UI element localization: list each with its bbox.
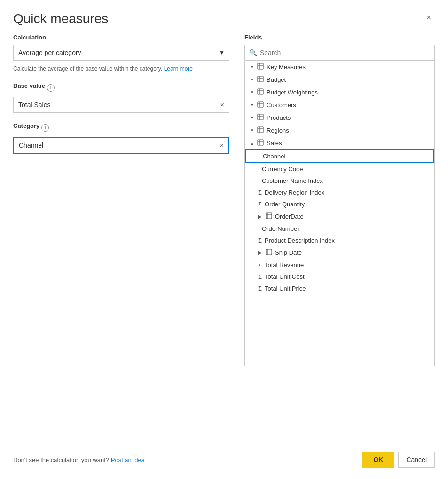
tree-item-budget-weightings[interactable]: ▼ Budget Weightings [245, 86, 434, 99]
tree-label-channel: Channel [263, 153, 285, 160]
dont-see-text: Don't see the calculation you want? [13, 456, 109, 463]
tree-item-budget[interactable]: ▼ Budget [245, 73, 434, 86]
svg-rect-3 [258, 76, 263, 82]
tree-item-ship-date[interactable]: ▶ Ship Date [245, 246, 434, 259]
tree-label-total-unit-price: Total Unit Price [265, 285, 306, 292]
category-clear-icon[interactable]: × [220, 141, 224, 149]
quick-measures-dialog: Quick measures × Calculation Average per… [0, 0, 448, 479]
category-label-row: Category i [13, 122, 229, 133]
svg-rect-21 [266, 213, 272, 219]
post-idea-link[interactable]: Post an idea [111, 456, 145, 463]
category-label: Category [13, 122, 39, 129]
chevron-down-icon: ▼ [250, 115, 255, 120]
table-icon [257, 76, 264, 84]
dialog-footer: Don't see the calculation you want? Post… [0, 442, 448, 479]
calculation-label: Calculation [13, 34, 229, 41]
base-value-text: Total Sales [18, 101, 50, 109]
chevron-down-icon: ▼ [250, 64, 255, 70]
chevron-down-icon: ▼ [250, 90, 255, 95]
search-icon: 🔍 [249, 49, 257, 56]
tree-label-products: Products [267, 114, 291, 121]
chevron-up-icon: ▲ [250, 141, 255, 146]
svg-rect-24 [266, 249, 272, 255]
sigma-icon: Σ [258, 273, 262, 280]
tree-item-order-date[interactable]: ▶ OrderDate [245, 210, 434, 223]
tree-label-key-measures: Key Measures [267, 63, 306, 71]
sigma-icon: Σ [258, 285, 262, 292]
tree-item-delivery-region-index[interactable]: Σ Delivery Region Index [245, 187, 434, 198]
table-icon [257, 63, 264, 71]
svg-rect-12 [258, 114, 263, 120]
dialog-body: Calculation Average per category ▼ Calcu… [0, 26, 448, 442]
fields-tree: ▼ Key Measures ▼ Budget ▼ [244, 61, 435, 366]
close-button[interactable]: × [422, 11, 435, 24]
calc-description: Calculate the average of the base value … [13, 64, 229, 73]
table-icon [257, 101, 264, 109]
table-icon [266, 212, 272, 220]
tree-label-total-revenue: Total Revenue [265, 261, 304, 268]
sigma-icon: Σ [258, 261, 262, 268]
category-field[interactable]: Channel × [13, 137, 229, 154]
tree-item-channel[interactable]: Channel [245, 149, 434, 163]
footer-left: Don't see the calculation you want? Post… [13, 456, 145, 463]
right-panel: Fields 🔍 ▼ Key Measures ▼ [244, 34, 435, 442]
tree-label-ship-date: Ship Date [275, 249, 302, 256]
tree-item-total-revenue[interactable]: Σ Total Revenue [245, 259, 434, 271]
tree-label-customer-name-index: Customer Name Index [262, 177, 323, 184]
table-icon [257, 114, 264, 122]
dialog-header: Quick measures × [0, 0, 448, 26]
tree-item-order-quantity[interactable]: Σ Order Quantity [245, 198, 434, 210]
base-value-field[interactable]: Total Sales × [13, 97, 229, 113]
tree-item-order-number[interactable]: OrderNumber [245, 223, 434, 235]
search-input[interactable] [244, 45, 435, 61]
svg-rect-6 [258, 89, 263, 94]
learn-more-link[interactable]: Learn more [164, 65, 193, 72]
category-text: Channel [19, 141, 43, 149]
table-icon [257, 88, 264, 96]
tree-label-order-date: OrderDate [275, 213, 304, 220]
sigma-icon: Σ [258, 201, 262, 208]
category-box-wrapper: Channel × [13, 137, 229, 154]
sigma-icon: Σ [258, 189, 262, 196]
left-panel: Calculation Average per category ▼ Calcu… [13, 34, 229, 442]
tree-label-order-quantity: Order Quantity [265, 201, 305, 208]
tree-label-order-number: OrderNumber [262, 225, 299, 232]
cancel-button[interactable]: Cancel [398, 452, 435, 468]
category-section: Category i Channel × [13, 122, 229, 154]
search-wrapper: 🔍 [244, 45, 435, 61]
svg-rect-15 [258, 127, 263, 133]
category-info-icon: i [41, 124, 49, 132]
base-value-clear-icon[interactable]: × [220, 101, 224, 109]
tree-item-product-desc-index[interactable]: Σ Product Description Index [245, 235, 434, 246]
ok-button[interactable]: OK [362, 452, 394, 468]
tree-label-budget-weightings: Budget Weightings [267, 89, 318, 96]
tree-label-customers: Customers [267, 102, 296, 109]
tree-label-budget: Budget [267, 76, 286, 83]
footer-right: OK Cancel [362, 452, 435, 468]
base-value-label: Base value [13, 82, 45, 89]
chevron-right-icon: ▶ [258, 250, 264, 255]
svg-rect-18 [258, 140, 263, 145]
tree-label-total-unit-cost: Total Unit Cost [265, 273, 305, 280]
tree-label-sales: Sales [267, 140, 282, 147]
fields-label: Fields [244, 34, 435, 41]
table-icon [257, 126, 264, 134]
tree-item-key-measures[interactable]: ▼ Key Measures [245, 61, 434, 73]
base-value-box: Total Sales × [13, 97, 229, 113]
chevron-down-icon: ▼ [250, 102, 255, 108]
tree-item-customers[interactable]: ▼ Customers [245, 99, 434, 111]
tree-item-customer-name-index[interactable]: Customer Name Index [245, 175, 434, 187]
tree-item-regions[interactable]: ▼ Regions [245, 124, 434, 137]
tree-item-products[interactable]: ▼ Products [245, 111, 434, 124]
tree-item-total-unit-price[interactable]: Σ Total Unit Price [245, 283, 434, 294]
table-icon [257, 139, 264, 147]
base-value-label-row: Base value i [13, 82, 229, 93]
tree-item-currency-code[interactable]: Currency Code [245, 163, 434, 175]
sigma-icon: Σ [258, 237, 262, 244]
chevron-down-icon: ▼ [250, 128, 255, 133]
table-icon [266, 249, 272, 257]
base-value-info-icon: i [47, 84, 55, 92]
calculation-dropdown[interactable]: Average per category [13, 45, 229, 61]
tree-item-sales[interactable]: ▲ Sales [245, 137, 434, 149]
tree-item-total-unit-cost[interactable]: Σ Total Unit Cost [245, 271, 434, 283]
